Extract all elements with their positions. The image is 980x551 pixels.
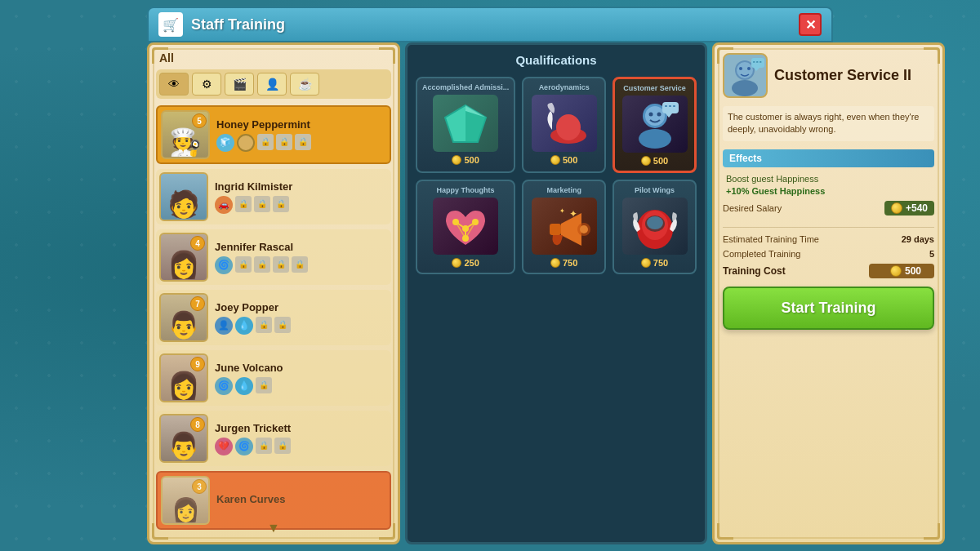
level-badge-karen: 3 xyxy=(192,479,207,494)
svg-rect-41 xyxy=(756,61,759,63)
title-bar: 🛒 Staff Training ✕ xyxy=(147,7,833,42)
staff-avatar-joey: 7 👨 xyxy=(159,293,208,342)
svg-marker-39 xyxy=(754,68,760,71)
svg-text:✦: ✦ xyxy=(559,207,565,215)
start-training-button[interactable]: Start Training xyxy=(723,287,934,330)
staff-avatar-karen: 3 👩 xyxy=(161,476,210,525)
title-icon: 🛒 xyxy=(158,12,183,37)
svg-rect-42 xyxy=(760,61,762,63)
lock-2: 🔒 xyxy=(276,134,292,150)
staff-avatar-june: 9 👩 xyxy=(159,353,208,402)
detail-header: Customer Service II xyxy=(723,53,934,98)
filter-tab-receptionist[interactable]: 👤 xyxy=(257,73,287,96)
coin-icon-marketing xyxy=(550,258,560,268)
staff-item-ingrid[interactable]: 🧑 Ingrid Kilmister 🚗 🔒 🔒 🔒 xyxy=(156,169,391,224)
staff-info-jurgen: Jurgen Trickett 💔 🌀 🔒 🔒 xyxy=(215,422,388,455)
skill-water: 💧 xyxy=(235,317,253,335)
staff-item-jennifer[interactable]: 4 👩 Jennifer Rascal 🌀 🔒 🔒 🔒 🔒 xyxy=(156,229,391,285)
qual-image-accomplished xyxy=(433,95,498,152)
close-button[interactable]: ✕ xyxy=(799,13,822,36)
filter-tab-janitor[interactable]: ☕ xyxy=(290,73,319,96)
svg-text:✦: ✦ xyxy=(569,208,577,220)
salary-coin-icon xyxy=(891,202,902,214)
staff-skills-jurgen: 💔 🌀 🔒 🔒 xyxy=(215,438,388,455)
skill-car: 🚗 xyxy=(215,196,233,214)
skill-heart: 💔 xyxy=(215,438,233,455)
svg-point-6 xyxy=(639,129,671,149)
salary-label: Desired Salary xyxy=(723,203,782,213)
detail-title: Customer Service II xyxy=(774,67,911,85)
qual-image-marketing: ✦ ✦ xyxy=(532,198,597,255)
skill-ice: 🧊 xyxy=(216,134,234,152)
salary-amount: +540 xyxy=(906,202,928,214)
qual-title-pilot: Pilot Wings xyxy=(619,186,690,194)
qual-cost-pilot: 750 xyxy=(619,258,690,268)
qual-cost-happy: 250 xyxy=(422,258,509,268)
staff-info-june: June Volcano 🌀 💧 🔒 xyxy=(215,362,388,395)
staff-name-june: June Volcano xyxy=(215,362,388,374)
staff-avatar-jurgen: 8 👨 xyxy=(159,414,208,463)
staff-info-ingrid: Ingrid Kilmister 🚗 🔒 🔒 🔒 xyxy=(215,180,388,214)
training-cost-value: 500 xyxy=(905,265,921,277)
qual-cost-aerodynamics: 500 xyxy=(528,155,599,165)
svg-point-4 xyxy=(556,114,581,140)
qual-grid: Accomplished Admissi... 500 Aerodynamics xyxy=(416,77,697,274)
lock-5: 🔒 xyxy=(254,196,270,212)
staff-panel: All 👁 ⚙ 🎬 👤 ☕ 5 🧑‍🍳 Honey Peppermint 🧊 xyxy=(147,42,400,544)
skill-swirl2: 🌀 xyxy=(215,377,233,395)
qual-card-marketing[interactable]: Marketing ✦ ✦ 750 xyxy=(522,180,606,274)
skill-circle xyxy=(237,134,255,152)
staff-avatar-jennifer: 4 👩 xyxy=(159,233,208,282)
staff-avatar-honey: 5 🧑‍🍳 xyxy=(161,110,210,159)
lock-4: 🔒 xyxy=(235,196,252,212)
svg-rect-13 xyxy=(669,105,671,107)
filter-tab-all[interactable]: 👁 xyxy=(159,73,189,96)
qual-card-happy[interactable]: Happy Thoughts xyxy=(416,180,515,274)
skill-person: 👤 xyxy=(215,317,233,335)
staff-item-honey[interactable]: 5 🧑‍🍳 Honey Peppermint 🧊 🔒 🔒 🔒 xyxy=(156,105,391,164)
coin-icon-aerodynamics xyxy=(550,155,560,165)
filter-tabs: 👁 ⚙ 🎬 👤 ☕ xyxy=(156,69,391,99)
qual-title-customer: Customer Service xyxy=(620,84,689,92)
qual-card-accomplished[interactable]: Accomplished Admissi... 500 xyxy=(416,77,515,173)
staff-info-honey: Honey Peppermint 🧊 🔒 🔒 🔒 xyxy=(216,118,386,152)
qual-card-customer[interactable]: Customer Service xyxy=(612,77,697,173)
lock-10: 🔒 xyxy=(292,256,308,273)
svg-rect-24 xyxy=(550,224,561,235)
qual-title-aerodynamics: Aerodynamics xyxy=(528,83,599,91)
completed-training-label: Completed Training xyxy=(723,249,800,259)
lock-13: 🔒 xyxy=(256,377,272,393)
qual-title-accomplished: Accomplished Admissi... xyxy=(422,83,509,91)
lock-1: 🔒 xyxy=(257,134,274,150)
filter-tab-entertainment[interactable]: 🎬 xyxy=(225,73,254,96)
estimated-time-row: Estimated Training Time 29 days xyxy=(723,234,934,244)
coin-icon-customer xyxy=(641,156,651,166)
staff-avatar-ingrid: 🧑 xyxy=(159,172,208,221)
filter-tab-mechanic[interactable]: ⚙ xyxy=(192,73,221,96)
lock-14: 🔒 xyxy=(256,438,272,454)
detail-description: The customer is always right, even when … xyxy=(723,106,934,141)
staff-item-joey[interactable]: 7 👨 Joey Popper 👤 💧 🔒 🔒 xyxy=(156,290,391,345)
lock-12: 🔒 xyxy=(274,317,291,333)
svg-point-9 xyxy=(657,112,661,116)
staff-item-june[interactable]: 9 👩 June Volcano 🌀 💧 🔒 xyxy=(156,350,391,406)
qual-title-marketing: Marketing xyxy=(528,186,599,194)
qual-card-pilot[interactable]: Pilot Wings xyxy=(612,180,697,274)
staff-item-jurgen[interactable]: 8 👨 Jurgen Trickett 💔 🌀 🔒 🔒 xyxy=(156,411,391,466)
staff-name-jennifer: Jennifer Rascal xyxy=(215,241,388,253)
coin-icon-accomplished xyxy=(452,155,461,165)
qual-card-aerodynamics[interactable]: Aerodynamics 500 xyxy=(522,77,606,173)
svg-point-36 xyxy=(739,67,742,70)
lock-11: 🔒 xyxy=(256,317,272,333)
qual-cost-customer: 500 xyxy=(620,156,689,166)
effect-1: Boost guest Happiness xyxy=(723,174,934,184)
qual-image-aerodynamics xyxy=(532,95,597,152)
title-text: Staff Training xyxy=(191,16,799,33)
training-cost-bar: 500 xyxy=(869,264,934,278)
completed-training-value: 5 xyxy=(929,249,934,259)
svg-rect-40 xyxy=(753,61,755,63)
qual-image-happy xyxy=(433,198,498,255)
detail-panel: Customer Service II The customer is alwa… xyxy=(712,42,945,544)
qualifications-panel: Qualifications Accomplished Admissi... 5… xyxy=(405,42,707,544)
lock-9: 🔒 xyxy=(273,256,289,273)
